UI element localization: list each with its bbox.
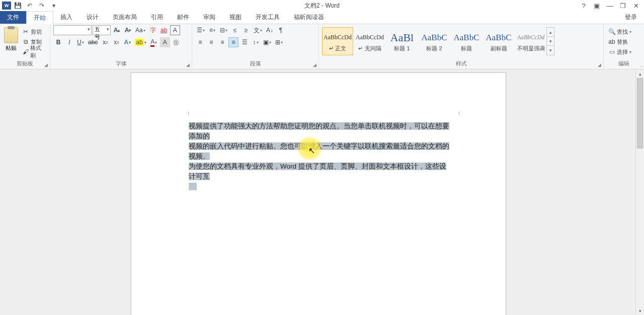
italic-button[interactable]: I [64, 37, 74, 47]
styles-group-label: 样式 [322, 59, 600, 69]
select-button[interactable]: ▭选择▾ [607, 47, 633, 56]
tab-layout[interactable]: 页面布局 [106, 11, 144, 24]
show-marks-button[interactable]: ¶ [276, 25, 286, 35]
selected-text-line3: 为使您的文档具有专业外观，Word 提供了页眉、页脚、封面和文本框设计，这些设计… [189, 163, 446, 180]
minimize-button[interactable]: — [605, 1, 615, 11]
clipboard-dialog-launcher[interactable]: ◢ [43, 62, 49, 68]
justify-button[interactable]: ≡ [228, 37, 238, 47]
undo-button[interactable]: ↶ [24, 0, 35, 11]
select-icon: ▭ [608, 48, 615, 55]
style-item[interactable]: AaBl标题 1 [386, 27, 418, 55]
tab-file[interactable]: 文件 [0, 11, 26, 24]
underline-button[interactable]: U [75, 37, 86, 47]
character-shading-button[interactable]: A [160, 37, 170, 47]
ribbon-display-options-button[interactable]: ▣ [592, 1, 602, 11]
style-preview: AaBbCcDd [517, 31, 545, 45]
format-painter-button[interactable]: 🖌格式刷 [21, 47, 47, 56]
tab-references[interactable]: 引用 [144, 11, 170, 24]
change-case-button[interactable]: Aa [134, 25, 147, 35]
tab-home[interactable]: 开始 [26, 11, 53, 24]
styles-gallery[interactable]: AaBbCcDd↵ 正文AaBbCcDd↵ 无间隔AaBl标题 1AaBbC标题… [322, 27, 546, 55]
restore-button[interactable]: ❐ [618, 1, 628, 11]
text-effects-button[interactable]: A [122, 37, 132, 47]
distribute-button[interactable]: ☰ [239, 37, 250, 47]
highlight-button[interactable]: ab [133, 37, 147, 47]
scroll-thumb[interactable] [637, 78, 643, 148]
tab-design[interactable]: 设计 [79, 11, 106, 24]
styles-dialog-launcher[interactable]: ◢ [596, 62, 602, 68]
tab-mailings[interactable]: 邮件 [170, 11, 196, 24]
numbering-button[interactable]: ≡ [207, 25, 217, 35]
vertical-scrollbar[interactable]: ▴ ▾ [635, 69, 644, 315]
superscript-button[interactable]: x2 [111, 37, 121, 47]
scroll-up-button[interactable]: ▴ [636, 69, 644, 78]
font-dialog-launcher[interactable]: ◢ [185, 62, 191, 68]
style-preview: AaBbCcDd [356, 31, 384, 45]
customize-qat-button[interactable]: ▾ [48, 0, 59, 11]
bold-button[interactable]: B [53, 37, 63, 47]
bullets-button[interactable]: ☰ [195, 25, 206, 35]
style-name: ↵ 正文 [329, 45, 346, 52]
replace-button[interactable]: ab替换 [607, 37, 633, 46]
align-left-button[interactable]: ≡ [195, 37, 205, 47]
character-border-button[interactable]: A [170, 25, 180, 35]
line-spacing-button[interactable]: ↕ [251, 37, 261, 47]
cut-label: 剪切 [31, 28, 42, 36]
grow-font-button[interactable]: A▴ [112, 25, 122, 35]
tab-insert[interactable]: 插入 [53, 11, 79, 24]
style-name: ↵ 无间隔 [358, 45, 381, 52]
paste-button[interactable]: 粘贴 [3, 27, 19, 52]
tab-view[interactable]: 视图 [222, 11, 249, 24]
scroll-down-button[interactable]: ▾ [636, 306, 644, 315]
shading-button[interactable]: ▣ [262, 37, 273, 47]
enclose-characters-button[interactable]: ㊟ [171, 37, 181, 47]
decrease-indent-button[interactable]: ≤ [230, 25, 240, 35]
style-item[interactable]: AaBbC标题 [451, 27, 482, 55]
phonetic-guide-button[interactable]: 字 [148, 25, 158, 35]
tab-foxit[interactable]: 福昕阅读器 [287, 11, 331, 24]
tab-developer[interactable]: 开发工具 [249, 11, 287, 24]
document-body[interactable]: 视频提供了功能强大的方法帮助您证明您的观点。当您单击联机视频时，可以在想要添加的… [189, 121, 450, 192]
selected-text-line1: 视频提供了功能强大的方法帮助您证明您的观点。当您单击联机视频时，可以在想要添加的 [189, 122, 449, 140]
replace-label: 替换 [617, 38, 628, 46]
tab-review[interactable]: 审阅 [196, 11, 222, 24]
style-item[interactable]: AaBbC标题 2 [419, 27, 450, 55]
paste-label: 粘贴 [6, 44, 17, 52]
font-size-combobox[interactable]: 五号 [93, 25, 111, 35]
style-item[interactable]: AaBbCcDd不明显强调 [515, 27, 546, 55]
align-right-button[interactable]: ≡ [217, 37, 227, 47]
multilevel-list-button[interactable]: ⊟ [218, 25, 229, 35]
font-name-combobox[interactable] [53, 25, 92, 35]
paste-icon [4, 27, 18, 43]
find-icon: 🔍 [608, 28, 615, 35]
find-button[interactable]: 🔍查找▾ [607, 27, 633, 36]
increase-indent-button[interactable]: ≥ [241, 25, 251, 35]
font-group-label: 字体 [53, 59, 189, 69]
paragraph-dialog-launcher[interactable]: ◢ [311, 62, 317, 68]
clear-formatting-button[interactable]: ab [159, 25, 169, 35]
asian-layout-button[interactable]: 文 [252, 25, 264, 35]
redo-button[interactable]: ↷ [36, 0, 47, 11]
subscript-button[interactable]: x2 [100, 37, 110, 47]
select-label: 选择 [617, 48, 628, 56]
sort-button[interactable]: A↓ [265, 25, 275, 35]
style-preview: AaBbCcDd [324, 31, 352, 45]
align-center-button[interactable]: ≡ [206, 37, 216, 47]
margin-marker-left [188, 111, 189, 115]
style-item[interactable]: AaBbC副标题 [483, 27, 514, 55]
style-item[interactable]: AaBbCcDd↵ 无间隔 [354, 27, 385, 55]
window-title: 文档2 - Word [304, 2, 340, 10]
login-link[interactable]: 登录 [618, 11, 644, 24]
close-button[interactable]: ✕ [631, 1, 641, 11]
style-name: 标题 1 [394, 45, 410, 52]
cut-button[interactable]: ✂剪切 [21, 27, 47, 36]
borders-button[interactable]: ⊞ [274, 37, 284, 47]
help-button[interactable]: ? [579, 1, 589, 11]
shrink-font-button[interactable]: A▾ [123, 25, 133, 35]
save-button[interactable]: 💾 [12, 0, 23, 11]
brush-icon: 🖌 [22, 48, 29, 55]
styles-more-button[interactable]: ▴▾▾ [546, 27, 554, 55]
font-color-button[interactable]: A [149, 37, 159, 47]
style-item[interactable]: AaBbCcDd↵ 正文 [322, 27, 353, 55]
page[interactable]: 视频提供了功能强大的方法帮助您证明您的观点。当您单击联机视频时，可以在想要添加的… [131, 72, 506, 315]
